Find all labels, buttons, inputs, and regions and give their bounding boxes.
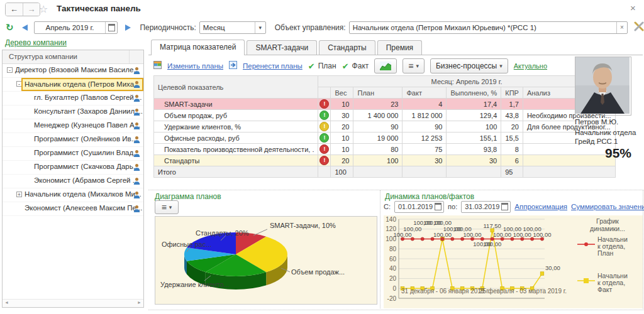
tree-item-label: Программист (Сушилин Влад...: [34, 149, 140, 156]
tree-item-label: Программист (Скачкова Дарь...: [34, 163, 139, 170]
clear-field-icon[interactable]: ×: [616, 22, 627, 33]
tree-item[interactable]: Экономист (Абрамов Сергей ...: [3, 175, 143, 188]
tree-item[interactable]: Консультант (Захаров Даниил ...: [3, 106, 143, 119]
period-field[interactable]: Апрель 2019 г.: [34, 21, 118, 34]
tree-item-label: Директор (Вязовой Максим Василе...: [15, 66, 140, 73]
matrix-row[interactable]: Показатель производственной деятельности…: [154, 144, 616, 155]
tree-item[interactable]: Программист (Скачкова Дарь...: [3, 161, 143, 175]
edit-plans-link[interactable]: Изменить планы: [167, 62, 223, 70]
hamburger-icon: ≡: [162, 202, 167, 212]
pie-slice-label: Объем продаж...: [291, 268, 345, 276]
settings-tools-icon[interactable]: [634, 21, 644, 33]
tree-item-label: Программист (Олейников Ив...: [34, 135, 137, 143]
favorite-star-icon[interactable]: ☆: [39, 3, 48, 15]
tree-item[interactable]: -Начальник отдела (Петров Миха...: [3, 78, 143, 92]
calendar-icon[interactable]: [105, 22, 117, 33]
svg-text:117,50: 117,50: [484, 222, 501, 229]
col-ves-header: Вес: [331, 87, 353, 99]
svg-text:-20: -20: [387, 295, 397, 302]
object-input[interactable]: Начальник отдела (Петров Михаил Юрьевич)…: [349, 21, 628, 34]
pie-slice-label: Офисные рас...: [162, 241, 211, 248]
tree-item-label: Начальник отдела (Михалков Ми...: [25, 190, 142, 198]
chevron-down-icon[interactable]: ▾: [255, 22, 265, 33]
svg-text:40: 40: [389, 265, 397, 272]
scroll-right-icon[interactable]: ►: [137, 300, 142, 305]
chart-view-button[interactable]: [374, 58, 397, 73]
status-green-icon: !: [319, 133, 329, 143]
tree-item[interactable]: Программист (Сушилин Влад...: [3, 147, 143, 161]
previous-period-icon[interactable]: [22, 24, 28, 31]
tactical-panel-window: ← → ☆ Тактическая панель × ↻ Апрель 2019…: [0, 0, 644, 314]
calendar-icon[interactable]: [435, 203, 441, 210]
tab-премия[interactable]: Премия: [377, 40, 422, 55]
tree-item-label: Экономист (Абрамов Сергей ...: [34, 176, 138, 184]
svg-text:60: 60: [389, 256, 397, 263]
company-tree-link[interactable]: Дерево компании: [5, 38, 67, 47]
tree-item[interactable]: Менеджер (Кузнецов Павел А...: [3, 119, 143, 133]
pie-svg: [155, 217, 377, 304]
next-period-icon[interactable]: [125, 24, 131, 31]
person-icon: [133, 108, 140, 118]
svg-text:100,00: 100,00: [483, 241, 501, 247]
chevron-down-icon: ▾: [169, 204, 172, 210]
matrix-total-row: Итого10095: [154, 166, 616, 178]
object-label: Объект управления:: [275, 23, 346, 32]
tab-матрица-показателей[interactable]: Матрица показателей: [151, 40, 245, 55]
transfer-plans-link[interactable]: Перенести планы: [243, 62, 303, 70]
calendar-icon[interactable]: [501, 203, 508, 210]
person-icon: [133, 163, 140, 173]
scroll-left-icon[interactable]: ◄: [4, 300, 9, 305]
periodicity-label: Периодичность:: [140, 23, 196, 32]
tree-rows: -Директор (Вязовой Максим Василе...-Нача…: [3, 64, 143, 216]
to-date-field[interactable]: 31.03.2019: [461, 201, 511, 213]
svg-text:140: 140: [386, 216, 396, 223]
svg-text:Факт: Факт: [597, 286, 613, 293]
tab-smart-задачи[interactable]: SMART-задачи: [247, 40, 317, 55]
close-icon[interactable]: ×: [630, 3, 636, 13]
pie-menu-button[interactable]: ≡ ▾: [155, 200, 179, 214]
person-icon: [133, 122, 140, 132]
to-date-value: 31.03.2019: [465, 203, 499, 210]
svg-text:25 февраля - 03 марта 2019 г.: 25 февраля - 03 марта 2019 г.: [479, 288, 567, 295]
tab-стандарты[interactable]: Стандарты: [319, 40, 375, 55]
from-date-field[interactable]: 01.01.2019: [394, 201, 444, 213]
from-date-value: 01.01.2019: [398, 203, 433, 210]
person-icon: [133, 191, 140, 201]
forward-button[interactable]: →: [23, 3, 40, 16]
tree-horizontal-scrollbar[interactable]: ◄ ►: [3, 299, 143, 307]
matrix-action-bar: Изменить планы Перенести планы ✔ План ✔ …: [153, 58, 644, 74]
person-icon: [133, 177, 140, 187]
tree-item[interactable]: Экономист (Алексеев Максим Пе...: [3, 202, 143, 216]
actual-link[interactable]: Актуально: [514, 62, 547, 70]
sum-values-link[interactable]: Суммировать значения: [571, 203, 644, 210]
status-red-icon: !: [319, 156, 329, 165]
back-button[interactable]: ←: [6, 3, 23, 16]
dynamics-line-chart: -20020406080100120140100,00100,00100,001…: [384, 215, 643, 308]
transfer-plans-icon: [229, 61, 237, 71]
page-title: Тактическая панель: [57, 4, 141, 13]
matrix-row[interactable]: Объем продаж, руб!301 400 0001 812 00012…: [154, 110, 616, 121]
approximation-link[interactable]: Аппроксимация: [514, 203, 567, 210]
tree-item[interactable]: +Начальник отдела (Михалков Ми...: [3, 188, 143, 202]
nav-button-group: ← →: [5, 3, 40, 16]
person-icon: [133, 149, 140, 160]
tree-item[interactable]: -Директор (Вязовой Максим Василе...: [3, 64, 143, 78]
refresh-icon[interactable]: ↻: [6, 23, 14, 32]
pie-slice-label: SMART-задачи, 10%: [270, 222, 336, 229]
periodicity-select[interactable]: Месяц ▾: [199, 21, 266, 34]
collapse-icon[interactable]: -: [7, 67, 13, 73]
menu-button[interactable]: ≡ ▾: [402, 58, 425, 73]
matrix-row[interactable]: SMART-задачи!1023417,41,7: [154, 99, 616, 110]
matrix-row[interactable]: Офисные расходы, руб!1019 00012 253155,1…: [154, 133, 616, 144]
business-processes-button[interactable]: Бизнес-процессы ▾: [430, 58, 508, 73]
tree-item[interactable]: Программист (Олейников Ив...: [3, 133, 143, 147]
tree-item[interactable]: гл. Бухгалтер (Павлов Сергей ...: [3, 92, 143, 106]
matrix-row[interactable]: Удержание клиентов, %!20909010020Для бол…: [154, 121, 616, 133]
header: ← → ☆ Тактическая панель ×: [0, 0, 644, 18]
pie-slice-label: Стандарты, 20%: [196, 229, 249, 237]
to-label: по:: [448, 203, 457, 210]
status-red-icon: !: [319, 99, 329, 109]
edit-plans-icon: [153, 61, 162, 71]
expand-icon[interactable]: +: [16, 192, 22, 197]
matrix-row[interactable]: Стандарты!2010030306: [154, 155, 616, 166]
